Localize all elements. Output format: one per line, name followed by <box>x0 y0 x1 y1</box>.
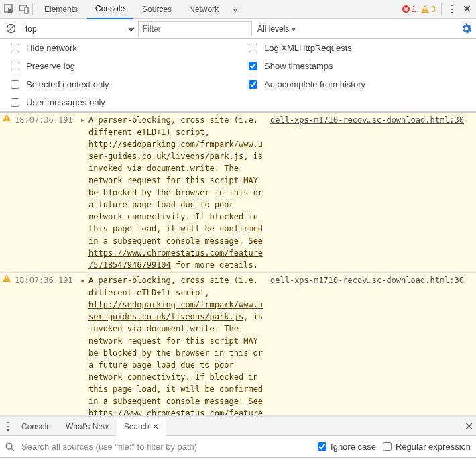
svg-point-13 <box>6 443 12 449</box>
console-warning-entry[interactable]: 18:07:36.191▸A parser-blocking, cross si… <box>0 113 476 273</box>
expand-arrow-icon[interactable]: ▸ <box>80 114 88 126</box>
svg-rect-5 <box>425 11 426 11</box>
svg-rect-2 <box>25 7 28 13</box>
checkbox-hide-network[interactable]: Hide network <box>11 43 238 53</box>
checkbox-show-timestamps[interactable]: Show timestamps <box>249 61 476 71</box>
warning-icon <box>3 274 15 282</box>
search-all-sources-input[interactable] <box>21 442 311 452</box>
drawer-tab-search[interactable]: Search ✕ <box>117 417 166 437</box>
error-count-badge[interactable]: 1 <box>402 5 416 14</box>
checkbox-preserve-log[interactable]: Preserve log <box>11 61 238 71</box>
svg-rect-10 <box>6 276 7 279</box>
checkbox-autocomplete[interactable]: Autocomplete from history <box>249 79 476 89</box>
checkbox-ignore-case[interactable]: Ignore case <box>318 442 376 452</box>
timestamp: 18:07:36.191 <box>15 274 80 287</box>
device-toggle-icon[interactable] <box>17 3 31 16</box>
divider <box>441 3 444 15</box>
kebab-menu-icon[interactable]: ⋮ <box>445 3 459 16</box>
close-tab-icon[interactable]: ✕ <box>152 417 159 436</box>
warning-icon <box>3 114 15 121</box>
console-warning-entry[interactable]: 18:07:36.191▸A parser-blocking, cross si… <box>0 273 476 415</box>
error-count: 1 <box>412 5 416 14</box>
drawer-tab-console[interactable]: Console <box>15 417 58 436</box>
log-message: A parser-blocking, cross site (i.e. diff… <box>88 274 265 415</box>
tab-network[interactable]: Network <box>181 0 227 19</box>
console-settings-panel: Hide network Preserve log Selected conte… <box>0 39 476 112</box>
drawer-tab-whatsnew[interactable]: What's New <box>59 417 115 436</box>
divider <box>32 3 35 15</box>
svg-rect-9 <box>6 119 7 120</box>
source-link[interactable]: dell-xps-m1710-recov…sc-download.html:30 <box>270 274 464 287</box>
svg-rect-4 <box>425 7 426 10</box>
svg-rect-11 <box>6 280 7 280</box>
chevron-down-icon: ▾ <box>292 24 296 34</box>
console-log[interactable]: 18:07:36.191▸A parser-blocking, cross si… <box>0 112 476 415</box>
close-devtools-icon[interactable]: ✕ <box>460 3 473 16</box>
svg-line-14 <box>11 448 14 451</box>
close-drawer-icon[interactable]: ✕ <box>465 420 473 433</box>
warning-count: 3 <box>431 5 436 14</box>
tab-sources[interactable]: Sources <box>134 0 180 19</box>
clear-console-icon[interactable] <box>4 22 17 36</box>
context-selector[interactable]: top <box>23 23 137 34</box>
log-message: A parser-blocking, cross site (i.e. diff… <box>88 114 265 271</box>
filter-input[interactable] <box>138 21 252 36</box>
timestamp: 18:07:36.191 <box>15 114 80 126</box>
checkbox-log-xhr[interactable]: Log XMLHttpRequests <box>249 43 476 53</box>
warning-count-badge[interactable]: 3 <box>421 5 436 14</box>
levels-dropdown[interactable]: All levels ▾ <box>257 24 296 34</box>
console-settings-icon[interactable] <box>461 23 472 34</box>
search-icon <box>5 442 15 452</box>
svg-line-7 <box>8 25 14 32</box>
more-tabs-icon[interactable]: » <box>228 3 241 16</box>
drawer-menu-icon[interactable]: ⋮ <box>3 420 13 433</box>
checkbox-user-messages[interactable]: User messages only <box>11 97 238 107</box>
svg-rect-8 <box>6 116 7 119</box>
source-link[interactable]: dell-xps-m1710-recov…sc-download.html:30 <box>270 114 464 126</box>
checkbox-regex[interactable]: Regular expression <box>383 442 471 452</box>
inspect-element-icon[interactable] <box>3 3 16 16</box>
tab-console[interactable]: Console <box>87 0 133 19</box>
tab-elements[interactable]: Elements <box>36 0 86 19</box>
checkbox-selected-context[interactable]: Selected context only <box>11 79 238 89</box>
expand-arrow-icon[interactable]: ▸ <box>80 274 88 287</box>
